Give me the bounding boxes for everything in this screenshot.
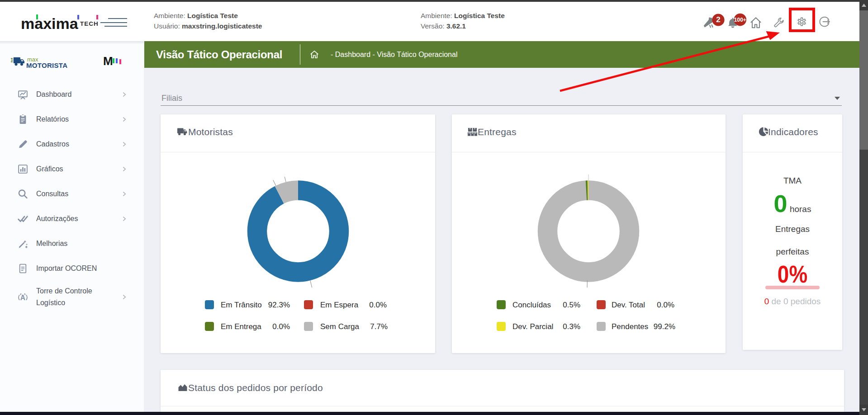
svg-text:100+: 100+ — [734, 17, 746, 23]
svg-text:2: 2 — [716, 15, 720, 24]
svg-text:A: A — [20, 294, 25, 302]
